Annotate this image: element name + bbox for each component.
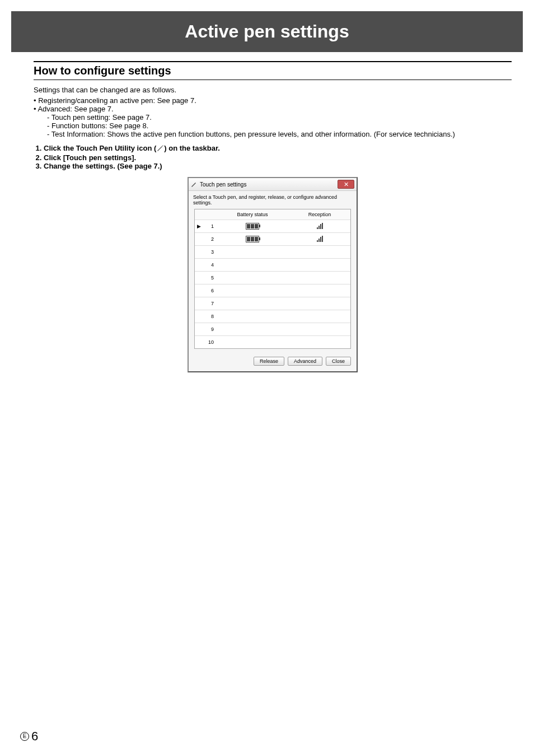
battery-cell <box>216 251 289 253</box>
pen-grid: Battery status Reception ▶12345678910 <box>194 209 351 349</box>
row-number: 9 <box>203 326 216 332</box>
dialog-title: Touch pen settings <box>200 181 246 188</box>
step-2: Click [Touch pen settings]. <box>44 153 512 162</box>
row-number: 10 <box>203 339 216 345</box>
dialog-instruction: Select a Touch pen, and register, releas… <box>189 191 357 209</box>
touch-pen-settings-dialog: Touch pen settings ✕ Select a Touch pen,… <box>188 177 358 372</box>
battery-cell <box>216 328 289 330</box>
table-row[interactable]: 7 <box>195 297 350 310</box>
step-1: Click the Touch Pen Utility icon () on t… <box>44 144 512 153</box>
reception-cell <box>289 251 350 253</box>
step-3: Change the settings. (See page 7.) <box>44 162 512 170</box>
row-selector-icon: ▶ <box>195 223 203 229</box>
page-header: Active pen settings <box>11 11 523 52</box>
table-row[interactable]: 5 <box>195 272 350 284</box>
table-row[interactable]: 3 <box>195 246 350 259</box>
page-number: 6 <box>31 729 38 744</box>
battery-cell <box>216 277 289 279</box>
reception-cell <box>289 235 350 244</box>
bullet-list: Registering/canceling an active pen: See… <box>34 96 512 138</box>
row-number: 1 <box>203 223 216 229</box>
battery-cell <box>216 264 289 266</box>
battery-icon <box>246 223 259 230</box>
signal-icon <box>317 236 323 242</box>
sub-test-info: Test Information: Shows the active pen f… <box>47 130 512 138</box>
intro-text: Settings that can be changed are as foll… <box>34 86 512 94</box>
row-number: 5 <box>203 275 216 281</box>
table-row[interactable]: 4 <box>195 259 350 272</box>
table-row[interactable]: 9 <box>195 323 350 336</box>
reception-cell <box>289 222 350 231</box>
bullet-advanced: Advanced: See page 7. Touch pen setting:… <box>34 105 512 138</box>
row-number: 7 <box>203 301 216 306</box>
battery-icon <box>246 236 259 242</box>
table-row[interactable]: 6 <box>195 284 350 297</box>
reception-cell <box>289 341 350 343</box>
battery-cell <box>216 302 289 305</box>
grid-header: Battery status Reception <box>195 209 350 220</box>
row-number: 8 <box>203 314 216 319</box>
page-title: Active pen settings <box>185 21 349 41</box>
release-button[interactable]: Release <box>254 357 284 366</box>
page-footer: E 6 <box>20 729 38 744</box>
table-row[interactable]: ▶1 <box>195 220 350 233</box>
steps-list: Click the Touch Pen Utility icon () on t… <box>34 144 512 170</box>
battery-cell <box>216 341 289 343</box>
battery-cell <box>216 222 289 231</box>
col-reception: Reception <box>289 211 350 218</box>
row-number: 4 <box>203 262 216 268</box>
reception-cell <box>289 302 350 305</box>
pen-icon <box>156 144 164 153</box>
table-row[interactable]: 8 <box>195 310 350 323</box>
sub-list: Touch pen setting: See page 7. Function … <box>34 113 512 138</box>
battery-cell <box>216 235 289 244</box>
sub-touch-pen: Touch pen setting: See page 7. <box>47 113 512 122</box>
table-row[interactable]: 10 <box>195 336 350 348</box>
reception-cell <box>289 315 350 318</box>
battery-cell <box>216 290 289 292</box>
content-area: How to configure settings Settings that … <box>34 61 512 372</box>
dialog-button-row: Release Advanced Close <box>189 353 357 371</box>
section-title: How to configure settings <box>34 61 512 80</box>
reception-cell <box>289 290 350 292</box>
reception-cell <box>289 264 350 266</box>
signal-icon <box>317 223 323 229</box>
row-number: 2 <box>203 236 216 242</box>
row-number: 3 <box>203 249 216 255</box>
close-button[interactable]: Close <box>326 357 351 366</box>
col-battery: Battery status <box>216 211 289 218</box>
battery-cell <box>216 315 289 318</box>
row-number: 6 <box>203 288 216 293</box>
table-row[interactable]: 2 <box>195 233 350 246</box>
advanced-button[interactable]: Advanced <box>288 357 322 366</box>
close-icon[interactable]: ✕ <box>338 180 354 189</box>
reception-cell <box>289 328 350 330</box>
pen-icon <box>191 180 198 188</box>
sub-function-buttons: Function buttons: See page 8. <box>47 122 512 130</box>
reception-cell <box>289 277 350 279</box>
dialog-titlebar: Touch pen settings ✕ <box>189 178 357 191</box>
bullet-registering: Registering/canceling an active pen: See… <box>34 96 512 105</box>
lang-badge: E <box>20 732 29 741</box>
